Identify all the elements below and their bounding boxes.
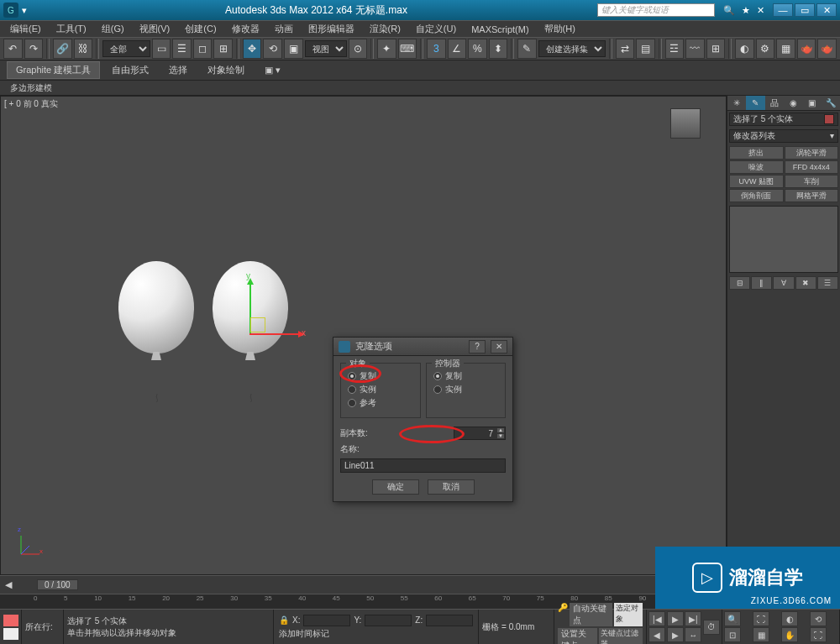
align-button[interactable]: ▤ <box>636 39 655 59</box>
window-crossing-button[interactable]: ⊞ <box>213 39 233 59</box>
tab-create[interactable]: ✳ <box>727 96 746 110</box>
help-search-input[interactable]: 键入关键字或短语 <box>597 3 715 17</box>
menu-customize[interactable]: 自定义(U) <box>409 23 463 35</box>
select-manipulate-button[interactable]: ✦ <box>377 39 396 59</box>
info-center-icon[interactable]: 🔍 <box>723 5 735 16</box>
material-editor-button[interactable]: ◐ <box>735 39 754 59</box>
radio-object-reference[interactable]: 参考 <box>348 397 413 409</box>
mod-uvwmap-button[interactable]: UVW 贴图 <box>729 175 784 188</box>
zoom-extents-button[interactable]: ⛶ <box>753 611 769 626</box>
menu-rendering[interactable]: 渲染(R) <box>363 23 407 35</box>
ribbon-tab-selection[interactable]: 选择 <box>160 62 196 78</box>
ribbon-panel-label[interactable]: 多边形建模 <box>0 81 840 96</box>
render-setup-button[interactable]: ⚙ <box>756 39 775 59</box>
render-production-button[interactable]: 🫖 <box>797 39 816 59</box>
redo-button[interactable]: ↷ <box>24 39 44 59</box>
dialog-help-button[interactable]: ? <box>469 340 486 353</box>
menu-grapheditors[interactable]: 图形编辑器 <box>302 23 361 35</box>
curve-editor-button[interactable]: 〰 <box>685 39 705 59</box>
spinner-down-icon[interactable]: ▼ <box>496 433 505 439</box>
render-iterative-button[interactable]: 🫖 <box>817 39 837 59</box>
zoom-button[interactable]: 🔍 <box>724 611 741 626</box>
zoom-all-button[interactable]: ⊡ <box>724 627 741 642</box>
menu-edit[interactable]: 编辑(E) <box>3 23 48 35</box>
spinner-up-icon[interactable]: ▲ <box>496 427 505 433</box>
set-key-button[interactable]: 设置关键点 <box>558 628 597 645</box>
goto-start-button[interactable]: |◀ <box>648 611 665 626</box>
radio-controller-instance[interactable]: 实例 <box>433 384 499 395</box>
modifier-list-dropdown[interactable]: 修改器列表▾ <box>729 129 838 143</box>
radio-object-copy[interactable]: 复制 <box>348 370 413 382</box>
app-menu-icon[interactable]: ▾ <box>22 5 35 16</box>
cancel-button[interactable]: 取消 <box>428 479 475 495</box>
prev-frame-button[interactable]: ◀ <box>648 627 665 642</box>
viewcube[interactable] <box>670 108 701 139</box>
maxscript-mini-listener-2[interactable] <box>3 628 18 640</box>
balloon-object-1[interactable] <box>118 261 194 360</box>
selection-filter-dropdown[interactable]: 全部 <box>102 40 150 57</box>
play-button[interactable]: ▶ <box>667 611 684 626</box>
coord-x-input[interactable] <box>303 615 350 626</box>
key-filters-button[interactable]: 关键点过滤器... <box>599 628 643 645</box>
tab-modify[interactable]: ✎ <box>746 96 764 110</box>
radio-object-instance[interactable]: 实例 <box>348 384 413 395</box>
mod-noise-button[interactable]: 噪波 <box>729 160 784 174</box>
pin-stack-button[interactable]: ⊟ <box>729 276 750 290</box>
make-unique-button[interactable]: ∀ <box>773 276 794 290</box>
auto-key-button[interactable]: 自动关键点 <box>570 603 612 626</box>
dialog-titlebar[interactable]: 克隆选项 ? ✕ <box>333 338 512 356</box>
object-name-field[interactable]: 选择了 5 个实体 <box>729 113 838 126</box>
configure-sets-button[interactable]: ☰ <box>817 276 838 290</box>
tab-display[interactable]: ▣ <box>802 96 821 110</box>
goto-end-button[interactable]: ▶| <box>685 611 701 626</box>
keyboard-shortcut-button[interactable]: ⌨ <box>398 39 417 59</box>
link-button[interactable]: 🔗 <box>53 39 72 59</box>
time-config-button[interactable]: ⏱ <box>703 620 720 635</box>
use-center-button[interactable]: ⊙ <box>349 39 368 59</box>
ribbon-tab-graphite[interactable]: Graphite 建模工具 <box>7 61 100 79</box>
menu-group[interactable]: 组(G) <box>95 23 131 35</box>
name-input[interactable] <box>340 458 506 473</box>
rotate-button[interactable]: ⟲ <box>263 39 282 59</box>
rendered-frame-button[interactable]: ▦ <box>776 39 795 59</box>
selected-obj-dropdown[interactable]: 选定对象 <box>614 603 643 626</box>
menu-tools[interactable]: 工具(T) <box>50 23 93 35</box>
mod-meshsmooth-button[interactable]: 网格平滑 <box>785 189 839 202</box>
select-object-button[interactable]: ▭ <box>152 39 171 59</box>
key-mode-toggle[interactable]: ↔ <box>685 627 701 642</box>
add-time-tag-button[interactable]: 添加时间标记 <box>279 629 329 638</box>
lock-selection-icon[interactable]: 🔒 <box>279 615 289 625</box>
edit-named-sel-button[interactable]: ✎ <box>517 39 537 59</box>
pan-button[interactable]: ✋ <box>781 627 798 642</box>
time-slider-prev-icon[interactable]: ◀ <box>5 579 12 590</box>
show-end-result-button[interactable]: ‖ <box>751 276 772 290</box>
select-by-name-button[interactable]: ☰ <box>172 39 192 59</box>
app-logo-icon[interactable]: G <box>3 3 18 18</box>
zoom-extents-all-button[interactable]: ▦ <box>753 627 769 642</box>
schematic-view-button[interactable]: ⊞ <box>706 39 726 59</box>
viewport-label[interactable]: [ + 0 前 0 真实 <box>4 98 58 110</box>
tab-utilities[interactable]: 🔧 <box>822 96 840 110</box>
spinner-snap-button[interactable]: ⬍ <box>489 39 508 59</box>
copies-spinner[interactable]: ▲▼ <box>454 427 506 440</box>
maximize-button[interactable]: ▭ <box>795 3 815 17</box>
menu-animation[interactable]: 动画 <box>268 23 300 35</box>
radio-controller-copy[interactable]: 复制 <box>433 370 499 382</box>
next-frame-button[interactable]: ▶ <box>667 627 684 642</box>
mod-bevelprofile-button[interactable]: 倒角剖面 <box>729 189 784 202</box>
orbit-button[interactable]: ⟲ <box>810 611 827 626</box>
ribbon-expand-icon[interactable]: ▣ ▾ <box>265 65 281 76</box>
coord-y-input[interactable] <box>365 615 412 626</box>
named-selection-dropdown[interactable]: 创建选择集 <box>538 40 606 57</box>
remove-modifier-button[interactable]: ✖ <box>795 276 816 290</box>
minimize-button[interactable]: — <box>773 3 793 17</box>
coord-z-input[interactable] <box>426 615 473 626</box>
percent-snap-button[interactable]: % <box>468 39 487 59</box>
maxscript-mini-listener[interactable] <box>3 615 18 626</box>
menu-views[interactable]: 视图(V) <box>133 23 177 35</box>
key-mode-icon[interactable]: 🔑 <box>558 603 568 626</box>
menu-help[interactable]: 帮助(H) <box>538 23 582 35</box>
mod-ffd-button[interactable]: FFD 4x4x4 <box>785 160 839 174</box>
menu-maxscript[interactable]: MAXScript(M) <box>465 24 535 34</box>
viewport-front[interactable]: [ + 0 前 0 真实 x y z x <box>0 96 727 575</box>
